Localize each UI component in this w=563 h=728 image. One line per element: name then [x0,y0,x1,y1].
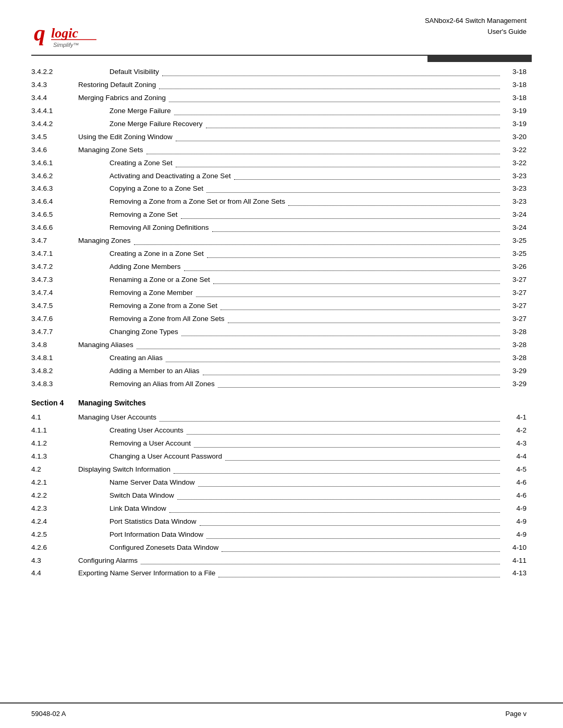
toc-title: Changing Zone Types [78,326,178,338]
toc-page: 4-13 [503,567,527,579]
toc-page: 3-29 [503,378,527,390]
toc-number: 3.4.8.1 [31,352,78,364]
toc-title: Exporting Name Server Information to a F… [78,567,215,579]
toc-title: Link Data Window [78,503,166,515]
toc-dots [181,207,500,219]
toc-dots [194,436,500,448]
toc-title: Renaming a Zone or a Zone Set [78,274,210,286]
toc-title: Using the Edit Zoning Window [78,131,173,143]
section-heading-row: Section 4Managing Switches [31,397,527,410]
toc-title: Displaying Switch Information [78,464,170,476]
toc-row: 3.4.7.4Removing a Zone Member3-27 [31,287,527,299]
toc-title: Adding Zone Members [78,261,181,273]
toc-number: 4.2.3 [31,503,78,515]
toc-number: 4.2.5 [31,529,78,541]
toc-row: 4.1.1Creating User Accounts4-2 [31,425,527,437]
toc-content: 3.4.2.2Default Visibility3-183.4.3Restor… [0,56,563,702]
header-title-line2: User's Guide [425,27,527,38]
toc-dots [177,488,500,500]
toc-row: 3.4.6.1Creating a Zone Set3-22 [31,157,527,169]
toc-dots [213,272,500,284]
toc-page: 3-27 [503,287,527,299]
toc-dots [218,376,500,388]
toc-page: 3-22 [503,157,527,169]
toc-dots [137,337,500,349]
toc-dots [134,233,500,245]
toc-title: Creating a Zone in a Zone Set [78,248,204,260]
toc-row: 3.4.6.6Removing All Zoning Definitions3-… [31,222,527,234]
toc-number: 4.1.2 [31,438,78,450]
toc-row: 3.4.4Merging Fabrics and Zoning3-18 [31,92,527,104]
toc-page: 3-23 [503,183,527,195]
toc-row: 3.4.6.4Removing a Zone from a Zone Set o… [31,196,527,208]
footer-doc-number: 59048-02 A [31,710,66,718]
toc-row: 4.2.3Link Data Window4-9 [31,503,527,515]
toc-number: 4.2.4 [31,516,78,528]
toc-row: 3.4.7.2Adding Zone Members3-26 [31,261,527,273]
toc-page: 3-23 [503,196,527,208]
toc-page: 3-18 [503,92,527,104]
toc-page: 4-11 [503,555,527,567]
toc-row: 3.4.6Managing Zone Sets3-22 [31,144,527,156]
toc-dots [174,462,500,474]
toc-row: 3.4.7.6Removing a Zone from All Zone Set… [31,313,527,325]
toc-dots [288,194,500,206]
toc-dots [196,285,500,297]
toc-number: 3.4.5 [31,131,78,143]
toc-number: 3.4.8 [31,339,78,351]
toc-number: 3.4.4.1 [31,105,78,117]
toc-page: 4-4 [503,451,527,463]
qlogic-logo: q logic Simplify™ [31,16,99,50]
toc-page: 3-26 [503,261,527,273]
toc-number: 3.4.7.6 [31,313,78,325]
toc-title: Managing Aliases [78,339,133,351]
toc-title: Copying a Zone to a Zone Set [78,183,203,195]
toc-title: Removing All Zoning Definitions [78,222,209,234]
toc-title: Restoring Default Zoning [78,79,156,91]
toc-page: 4-5 [503,464,527,476]
page-container: q logic Simplify™ SANbox2-64 Switch Mana… [0,0,563,728]
toc-page: 3-18 [503,66,527,78]
toc-row: 3.4.4.1Zone Merge Failure3-19 [31,105,527,117]
svg-text:q: q [34,20,45,46]
toc-dots [206,527,500,539]
toc-title: Changing a User Account Password [78,451,222,463]
section-number: Section 4 [31,397,78,410]
toc-title: Removing an Alias from All Zones [78,378,215,390]
toc-title: Configuring Alarms [78,555,138,567]
toc-title: Default Visibility [78,66,159,78]
header: q logic Simplify™ SANbox2-64 Switch Mana… [0,0,563,50]
toc-title: Adding a Member to an Alias [78,365,200,377]
toc-number: 3.4.6.3 [31,183,78,195]
toc-page: 3-24 [503,209,527,221]
toc-page: 3-28 [503,339,527,351]
toc-row: 3.4.7.7Changing Zone Types3-28 [31,326,527,338]
toc-dots [146,142,500,154]
toc-dots [169,501,500,513]
toc-dots [160,410,500,422]
logo-area: q logic Simplify™ [31,16,99,50]
toc-row: 3.4.8.1Creating an Alias3-28 [31,352,527,364]
toc-number: 3.4.8.2 [31,365,78,377]
toc-title: Managing Zones [78,235,131,247]
toc-title: Name Server Data Window [78,477,195,489]
toc-title: Removing a Zone Member [78,287,193,299]
toc-row: 4.2.5Port Information Data Window4-9 [31,529,527,541]
toc-title: Zone Merge Failure Recovery [78,118,203,130]
toc-number: 3.4.7.5 [31,300,78,312]
toc-number: 3.4.2.2 [31,66,78,78]
toc-page: 3-20 [503,131,527,143]
toc-page: 4-6 [503,477,527,489]
toc-dots [228,311,500,323]
toc-page: 4-9 [503,529,527,541]
toc-number: 3.4.7 [31,235,78,247]
toc-title: Port Information Data Window [78,529,203,541]
toc-dots [200,514,500,526]
toc-title: Removing a Zone Set [78,209,178,221]
toc-number: 4.2.1 [31,477,78,489]
toc-title: Removing a Zone from a Zone Set or from … [78,196,285,208]
section-entries: 4.1Managing User Accounts4-14.1.1Creatin… [31,412,527,579]
footer: 59048-02 A Page v [0,702,563,728]
footer-page: Page v [506,710,527,718]
toc-dots [198,475,500,487]
